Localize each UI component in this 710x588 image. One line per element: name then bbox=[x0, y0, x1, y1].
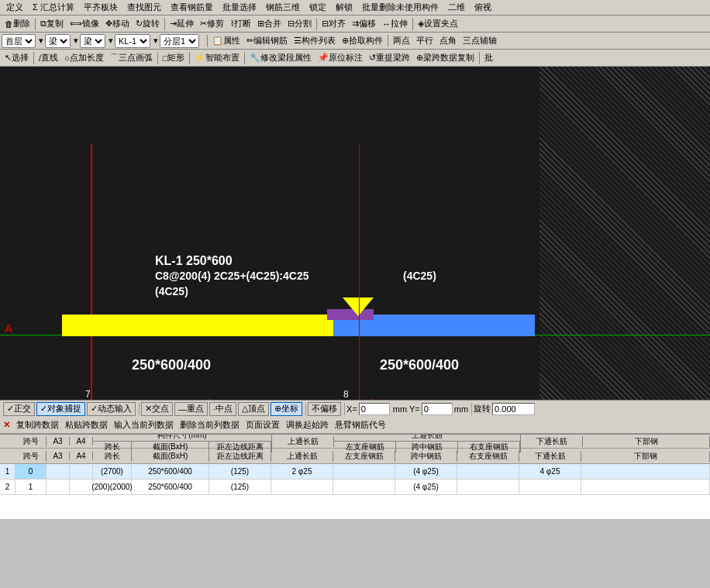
re-span-btn[interactable]: ↺ 重提梁跨 bbox=[366, 51, 413, 64]
copy-span-btn[interactable]: 复制跨数据 bbox=[13, 418, 62, 432]
hatch-pattern bbox=[539, 67, 710, 400]
y-input[interactable] bbox=[422, 403, 453, 415]
menu-batch-delete[interactable]: 批量删除未使用构件 bbox=[357, 1, 443, 14]
select-btn[interactable]: ↖ 选择 bbox=[2, 51, 32, 64]
id-select[interactable]: KL-1 bbox=[115, 34, 150, 48]
three-point-btn[interactable]: 三点辅轴 bbox=[460, 34, 500, 47]
snap-toggle[interactable]: ✓ 对象捕捉 bbox=[36, 402, 85, 416]
menu-find-element[interactable]: 查找图元 bbox=[122, 1, 166, 14]
axis-label-a: A bbox=[5, 322, 12, 335]
smart-place-btn[interactable]: ⚡ 智能布置 bbox=[191, 51, 243, 64]
th2-toplong: 上通长筋 bbox=[271, 451, 333, 462]
move-btn[interactable]: ✥ 移动 bbox=[102, 17, 133, 30]
dynamic-input-toggle[interactable]: ✓ 动态输入 bbox=[87, 402, 136, 416]
offset-mode[interactable]: 不偏移 bbox=[308, 402, 341, 416]
menu-summary[interactable]: Σ 汇总计算 bbox=[28, 1, 79, 14]
edit-rebar-btn[interactable]: ✏ 编辑钢筋 bbox=[243, 34, 291, 47]
td-midsteel-2: (4 φ25) bbox=[395, 480, 457, 494]
two-point-btn[interactable]: 两点 bbox=[390, 34, 413, 47]
arc-btn[interactable]: ⌒ 三点画弧 bbox=[107, 51, 156, 64]
menu-batch-select[interactable]: 批量选择 bbox=[218, 1, 261, 14]
td-span-2[interactable]: 1 bbox=[16, 480, 47, 494]
th2-bottomsteel: 下部钢 bbox=[581, 451, 710, 462]
menu-lock[interactable]: 锁定 bbox=[305, 1, 331, 14]
menu-unlock[interactable]: 解锁 bbox=[331, 1, 357, 14]
snap-vertex[interactable]: △ 顶点 bbox=[238, 402, 269, 416]
td-dist-1: (125) bbox=[209, 464, 271, 479]
rect-btn[interactable]: □ 矩形 bbox=[160, 51, 188, 64]
rotate-btn[interactable]: ↻ 旋转 bbox=[133, 17, 163, 30]
mirror-btn[interactable]: ⟺ 镜像 bbox=[67, 17, 102, 30]
component-list-btn[interactable]: ☰ 构件列表 bbox=[291, 34, 339, 47]
rebar-label3: (4C25) bbox=[403, 270, 436, 282]
delete-btn[interactable]: 🗑 删除 bbox=[2, 17, 33, 30]
page-setup-btn[interactable]: 页面设置 bbox=[243, 418, 283, 432]
span-copy-btn[interactable]: ⊕ 梁跨数据复制 bbox=[413, 51, 477, 64]
more-btn[interactable]: 批 bbox=[481, 51, 496, 64]
snap-coord[interactable]: ⊕ 坐标 bbox=[271, 402, 302, 416]
menu-top-view[interactable]: 俯视 bbox=[470, 1, 496, 14]
close-icon[interactable]: ✕ bbox=[3, 420, 10, 430]
extend-btn[interactable]: ⇥ 延伸 bbox=[167, 17, 197, 30]
point-length-btn[interactable]: ○ 点加长度 bbox=[61, 51, 107, 64]
layer-select[interactable]: 首层 bbox=[2, 34, 36, 48]
td-a4-1[interactable] bbox=[70, 464, 93, 479]
ortho-toggle[interactable]: ✓ 正交 bbox=[3, 402, 35, 416]
type-select[interactable]: 梁 bbox=[45, 34, 71, 48]
property-btn[interactable]: 📋 属性 bbox=[209, 34, 243, 47]
stretch-btn[interactable]: ↔ 拉伸 bbox=[379, 17, 411, 30]
inplace-note-btn[interactable]: 📌 原位标注 bbox=[315, 51, 366, 64]
swap-start-btn[interactable]: 调换起始跨 bbox=[283, 418, 332, 432]
level-select[interactable]: 分层1 bbox=[160, 34, 199, 48]
menu-2d[interactable]: 二维 bbox=[443, 1, 470, 14]
x-input[interactable] bbox=[359, 403, 390, 415]
td-toplong-2 bbox=[271, 480, 333, 494]
action-bar: ✕ 复制跨数据 粘贴跨数据 输入当前列数据 删除当前列数据 页面设置 调换起始跨… bbox=[0, 417, 710, 434]
table-row[interactable]: 1 0 (2700) 250*600/400 (125) 2 φ25 (4 φ2… bbox=[0, 464, 710, 480]
split-btn[interactable]: ⊟ 分割 bbox=[284, 17, 315, 30]
td-a3-1[interactable] bbox=[47, 464, 70, 479]
beam-label: KL-1 250*600 bbox=[155, 254, 233, 268]
line-btn[interactable]: / 直线 bbox=[36, 51, 61, 64]
modify-seg-btn[interactable]: 🔧 修改梁段属性 bbox=[246, 51, 315, 64]
td-bottomsteel-1 bbox=[581, 464, 710, 479]
point-angle-btn[interactable]: 点角 bbox=[436, 34, 460, 47]
td-toplong-1: 2 φ25 bbox=[271, 464, 333, 479]
delete-col-btn[interactable]: 删除当前列数据 bbox=[177, 418, 243, 432]
menu-define[interactable]: 定义 bbox=[2, 1, 28, 14]
edit-toolbar: 🗑 删除 ⧉ 复制 ⟺ 镜像 ✥ 移动 ↻ 旋转 ⇥ 延伸 ✂ 修剪 ⌇ 打断 … bbox=[0, 15, 710, 33]
triangle-indicator bbox=[343, 297, 374, 316]
pick-component-btn[interactable]: ⊕ 拾取构件 bbox=[339, 34, 386, 47]
menu-view-rebar[interactable]: 查看钢筋量 bbox=[166, 1, 218, 14]
trim-btn[interactable]: ✂ 修剪 bbox=[197, 17, 227, 30]
parallel-btn[interactable]: 平行 bbox=[413, 34, 436, 47]
grip-btn[interactable]: ◈ 设置夹点 bbox=[415, 17, 461, 30]
input-col-btn[interactable]: 输入当前列数据 bbox=[111, 418, 177, 432]
sep2 bbox=[164, 18, 165, 30]
th2-rightsup: 右支座钢筋 bbox=[457, 451, 519, 462]
td-a3-2[interactable] bbox=[47, 480, 70, 494]
rotate-input[interactable] bbox=[492, 403, 535, 415]
snap-center[interactable]: · 中点 bbox=[209, 402, 236, 416]
th2-dist: 距左边线距离 bbox=[209, 451, 271, 462]
status-sep1 bbox=[139, 403, 140, 415]
rebar-label1: C8@200(4) 2C25+(4C25):4C25 bbox=[155, 270, 308, 282]
menu-rebar-3d[interactable]: 钢筋三维 bbox=[261, 1, 305, 14]
align-btn[interactable]: ⊟ 对齐 bbox=[319, 17, 349, 30]
cantilever-rebar-btn[interactable]: 悬臂钢筋代号 bbox=[332, 418, 389, 432]
drawing-canvas[interactable]: A KL-1 250*600 C8@200(4) 2C25+(4C25):4C2… bbox=[0, 67, 710, 400]
td-a4-2[interactable] bbox=[70, 480, 93, 494]
merge-btn[interactable]: ⊞ 合并 bbox=[254, 17, 284, 30]
offset-btn[interactable]: ⇉ 偏移 bbox=[349, 17, 379, 30]
menu-align-slab[interactable]: 平齐板块 bbox=[79, 1, 122, 14]
sep6 bbox=[388, 35, 388, 47]
table-row[interactable]: 2 1 (200) (2000) 250*600/400 (125) (4 φ2… bbox=[0, 480, 710, 495]
copy-btn[interactable]: ⧉ 复制 bbox=[37, 17, 67, 30]
subtype-select[interactable]: 梁 bbox=[80, 34, 105, 48]
break-btn[interactable]: ⌇ 打断 bbox=[227, 17, 254, 30]
paste-span-btn[interactable]: 粘贴跨数据 bbox=[62, 418, 111, 432]
td-span-1[interactable]: 0 bbox=[16, 464, 47, 479]
snap-midpoint[interactable]: — 重点 bbox=[174, 402, 208, 416]
y-label: mm Y= bbox=[393, 404, 420, 414]
snap-intersection[interactable]: ✕ 交点 bbox=[141, 402, 173, 416]
